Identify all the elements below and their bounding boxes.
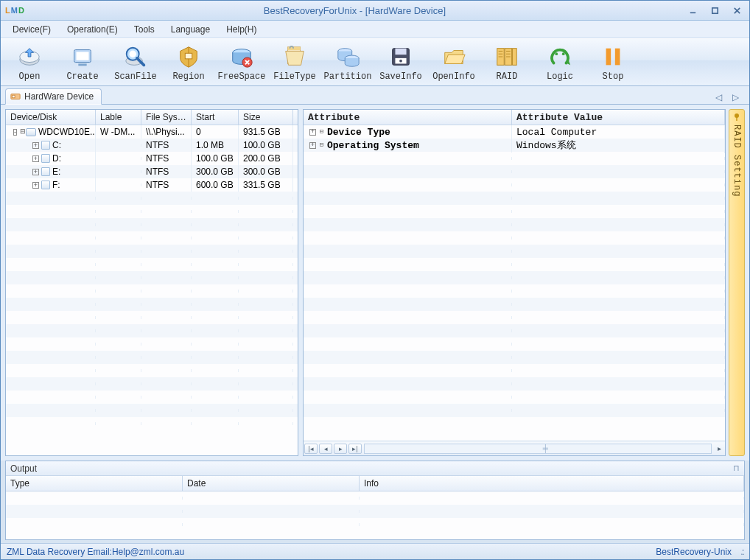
svg-rect-0	[712, 7, 717, 13]
menu-operation[interactable]: Operation(E)	[61, 22, 124, 37]
menu-device[interactable]: Device(F)	[7, 22, 57, 37]
open-button[interactable]: Open	[8, 43, 51, 82]
attr-row-empty	[304, 404, 725, 417]
doc-name: [HardWare Device]	[365, 5, 446, 16]
tree-toggle[interactable]: -	[13, 129, 17, 136]
region-label: Region	[172, 71, 204, 82]
close-button[interactable]	[729, 4, 745, 16]
device-col-1[interactable]: Lable	[96, 110, 141, 125]
raid-label: RAID	[497, 71, 518, 82]
out-col-0[interactable]: Type	[6, 476, 183, 491]
output-pin-icon[interactable]: ⊓	[733, 463, 740, 473]
scanfile-button[interactable]: ScanFile	[114, 43, 157, 82]
device-name: WDCWD10E...	[38, 127, 96, 137]
attr-row-empty	[304, 324, 725, 337]
raid-button[interactable]: RAID	[486, 43, 528, 82]
freespace-icon	[228, 43, 255, 70]
tree-toggle[interactable]: +	[32, 182, 39, 189]
minimize-button[interactable]	[684, 4, 701, 16]
device-row[interactable]: +D:NTFS100.0 GB200.0 GB	[6, 152, 298, 165]
output-grid-header: TypeDateInfo	[6, 476, 744, 491]
device-fs: \\.\Physi...	[141, 125, 192, 139]
saveinfo-button[interactable]: SaveInfo	[379, 43, 422, 82]
device-row-empty	[6, 364, 298, 377]
volume-icon	[41, 181, 50, 189]
openinfo-button[interactable]: OpenInfo	[432, 43, 475, 82]
tab-prev-button[interactable]: ◁	[712, 91, 725, 104]
svg-rect-27	[13, 95, 15, 98]
out-row-empty	[6, 518, 744, 531]
device-col-4[interactable]: Size	[239, 110, 293, 125]
menu-help[interactable]: Help(H)	[220, 22, 262, 37]
device-size: 200.0 GB	[239, 152, 293, 165]
device-row[interactable]: -⊟WDCWD10E...W -DM...\\.\Physi...0931.5 …	[6, 125, 298, 139]
svg-rect-16	[395, 48, 406, 55]
menu-language[interactable]: Language	[165, 22, 216, 37]
attr-col-0[interactable]: Attribute	[304, 110, 512, 125]
maximize-button[interactable]	[707, 4, 723, 16]
device-row-empty	[6, 404, 298, 417]
filetype-button[interactable]: FileType	[273, 43, 316, 82]
device-row[interactable]: +F:NTFS600.0 GB331.5 GB	[6, 178, 298, 192]
device-fs: NTFS	[141, 178, 192, 192]
partition-button[interactable]: Partition	[326, 43, 369, 82]
attribute-grid-body[interactable]: +⊟Device TypeLocal Computer+⊟Operating S…	[304, 125, 725, 441]
partition-icon	[334, 43, 361, 70]
device-fs: NTFS	[141, 152, 192, 165]
device-grid-body[interactable]: -⊟WDCWD10E...W -DM...\\.\Physi...0931.5 …	[6, 125, 298, 455]
partition-label: Partition	[324, 71, 372, 82]
attr-toggle[interactable]: +	[309, 129, 316, 136]
attribute-nav-strip: |◂ ◂ ▸ ▸| ╪ ▸	[304, 441, 725, 455]
raid-setting-sidetab[interactable]: RAID Setting	[729, 109, 745, 456]
output-grid-body[interactable]	[6, 491, 744, 539]
device-start: 600.0 GB	[192, 178, 239, 192]
app-name: BestRecoveryForUnix	[264, 5, 357, 16]
nav-scroll-right[interactable]: ▸	[713, 444, 725, 452]
tree-toggle[interactable]: +	[32, 155, 39, 162]
tree-toggle[interactable]: +	[32, 142, 39, 149]
resize-grip[interactable]: .::	[740, 547, 743, 557]
device-row-empty	[6, 391, 298, 404]
create-label: Create	[66, 71, 98, 82]
output-panel: Output ⊓ TypeDateInfo	[5, 461, 745, 540]
create-button[interactable]: Create	[61, 43, 104, 82]
nav-last-button[interactable]: ▸|	[348, 444, 362, 454]
status-right-link[interactable]: BestRecovery-Unix	[656, 547, 732, 557]
device-col-2[interactable]: File Syst...	[141, 110, 192, 125]
nav-scrollbar[interactable]: ╪	[364, 444, 712, 454]
device-row[interactable]: +C:NTFS1.0 MB100.0 GB	[6, 139, 298, 152]
logic-button[interactable]: Logic	[539, 43, 581, 82]
svg-rect-21	[513, 48, 517, 65]
device-row-empty	[6, 231, 298, 245]
device-col-0[interactable]: Device/Disk	[6, 110, 96, 125]
attr-col-1[interactable]: Attribute Value	[512, 110, 725, 125]
volume-icon	[41, 154, 50, 163]
out-col-1[interactable]: Date	[183, 476, 360, 491]
tab-next-button[interactable]: ▷	[729, 91, 742, 104]
nav-next-button[interactable]: ▸	[334, 444, 347, 454]
stop-icon	[600, 43, 626, 70]
out-col-2[interactable]: Info	[360, 476, 744, 491]
pin-icon	[732, 113, 741, 122]
nav-first-button[interactable]: |◂	[304, 444, 318, 454]
attr-row[interactable]: +⊟Operating SystemWindows系统	[304, 139, 725, 152]
tab-hardware-device[interactable]: HardWare Device	[5, 88, 102, 105]
output-title: Output	[10, 463, 37, 474]
nav-prev-button[interactable]: ◂	[319, 444, 332, 454]
device-size: 300.0 GB	[239, 165, 293, 178]
device-row[interactable]: +E:NTFS300.0 GB300.0 GB	[6, 165, 298, 178]
attr-toggle[interactable]: +	[309, 142, 316, 149]
device-col-3[interactable]: Start	[192, 110, 239, 125]
tree-toggle[interactable]: +	[32, 169, 39, 175]
region-button[interactable]: Region	[167, 43, 210, 82]
device-start: 100.0 GB	[192, 152, 239, 165]
open-label: Open	[19, 71, 41, 82]
attr-row-empty	[304, 377, 725, 391]
status-left-link[interactable]: ZML Data Recovery Email:Help@zml.com.au	[7, 547, 184, 557]
statusbar: ZML Data Recovery Email:Help@zml.com.au …	[1, 543, 749, 559]
stop-button[interactable]: Stop	[592, 43, 634, 82]
saveinfo-icon	[388, 43, 414, 70]
menu-tools[interactable]: Tools	[128, 22, 161, 37]
freespace-button[interactable]: FreeSpace	[220, 43, 263, 82]
attr-row-empty	[304, 284, 725, 298]
